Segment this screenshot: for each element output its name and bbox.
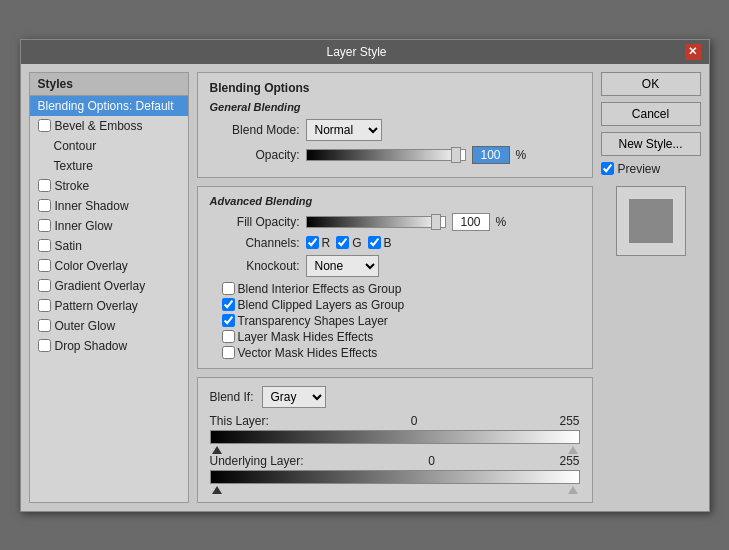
stroke-checkbox[interactable] xyxy=(38,179,51,192)
sidebar-item-inner-shadow[interactable]: Inner Shadow xyxy=(30,196,188,216)
vector-mask-hides-label[interactable]: Vector Mask Hides Effects xyxy=(222,346,580,360)
blend-clipped-checkbox[interactable] xyxy=(222,298,235,311)
middle-panel: Blending Options General Blending Blend … xyxy=(197,72,593,503)
blend-clipped-text: Blend Clipped Layers as Group xyxy=(238,298,405,312)
dialog-body: Styles Blending Options: Default Bevel &… xyxy=(21,64,709,511)
color-overlay-checkbox[interactable] xyxy=(38,259,51,272)
cancel-button[interactable]: Cancel xyxy=(601,102,701,126)
outer-glow-checkbox[interactable] xyxy=(38,319,51,332)
this-layer-label: This Layer: xyxy=(210,414,269,428)
sidebar-item-blending-options[interactable]: Blending Options: Default xyxy=(30,96,188,116)
sidebar-item-inner-glow[interactable]: Inner Glow xyxy=(30,216,188,236)
sidebar-item-texture[interactable]: Texture xyxy=(30,156,188,176)
fill-opacity-slider-track[interactable] xyxy=(306,216,446,228)
opacity-percent: % xyxy=(516,148,527,162)
sidebar-item-label: Contour xyxy=(54,139,97,153)
knockout-select[interactable]: None Shallow Deep xyxy=(306,255,379,277)
channel-b-text: B xyxy=(384,236,392,250)
right-panel: OK Cancel New Style... Preview xyxy=(601,72,701,503)
blend-mode-row: Blend Mode: Normal Dissolve Multiply Scr… xyxy=(210,119,580,141)
advanced-checkboxes: Blend Interior Effects as Group Blend Cl… xyxy=(222,282,580,360)
opacity-slider-track[interactable] xyxy=(306,149,466,161)
sidebar-item-label: Pattern Overlay xyxy=(55,299,138,313)
channel-r-checkbox[interactable] xyxy=(306,236,319,249)
opacity-row: Opacity: % xyxy=(210,146,580,164)
bevel-emboss-checkbox[interactable] xyxy=(38,119,51,132)
sidebar-item-label: Gradient Overlay xyxy=(55,279,146,293)
this-layer-min: 0 xyxy=(411,414,418,428)
underlying-layer-label: Underlying Layer: xyxy=(210,454,304,468)
sidebar-item-color-overlay[interactable]: Color Overlay xyxy=(30,256,188,276)
this-layer-left-arrow[interactable] xyxy=(212,446,222,454)
transparency-shapes-text: Transparency Shapes Layer xyxy=(238,314,388,328)
opacity-slider-thumb[interactable] xyxy=(451,147,461,163)
transparency-shapes-label[interactable]: Transparency Shapes Layer xyxy=(222,314,580,328)
layer-mask-hides-checkbox[interactable] xyxy=(222,330,235,343)
blend-if-section: Blend If: Gray Red Green Blue This Layer… xyxy=(197,377,593,503)
sidebar-item-stroke[interactable]: Stroke xyxy=(30,176,188,196)
this-layer-right-arrow[interactable] xyxy=(568,446,578,454)
inner-shadow-checkbox[interactable] xyxy=(38,199,51,212)
underlying-layer-gradient-track[interactable] xyxy=(210,470,580,484)
inner-glow-checkbox[interactable] xyxy=(38,219,51,232)
general-blending-section: Blending Options General Blending Blend … xyxy=(197,72,593,178)
sidebar-item-drop-shadow[interactable]: Drop Shadow xyxy=(30,336,188,356)
channel-b-label[interactable]: B xyxy=(368,236,392,250)
this-layer-max: 255 xyxy=(559,414,579,428)
underlying-layer-slider-container xyxy=(210,470,580,484)
blend-clipped-label[interactable]: Blend Clipped Layers as Group xyxy=(222,298,580,312)
underlying-layer-left-arrow[interactable] xyxy=(212,486,222,494)
transparency-shapes-checkbox[interactable] xyxy=(222,314,235,327)
this-layer-gradient-track[interactable] xyxy=(210,430,580,444)
channel-g-label[interactable]: G xyxy=(336,236,361,250)
blend-if-row: Blend If: Gray Red Green Blue xyxy=(210,386,580,408)
fill-opacity-label: Fill Opacity: xyxy=(210,215,300,229)
drop-shadow-checkbox[interactable] xyxy=(38,339,51,352)
channel-g-checkbox[interactable] xyxy=(336,236,349,249)
blend-mode-select[interactable]: Normal Dissolve Multiply Screen Overlay xyxy=(306,119,382,141)
vector-mask-hides-checkbox[interactable] xyxy=(222,346,235,359)
layer-mask-hides-text: Layer Mask Hides Effects xyxy=(238,330,374,344)
new-style-button[interactable]: New Style... xyxy=(601,132,701,156)
sidebar-item-bevel-emboss[interactable]: Bevel & Emboss xyxy=(30,116,188,136)
sidebar-item-gradient-overlay[interactable]: Gradient Overlay xyxy=(30,276,188,296)
fill-opacity-input[interactable] xyxy=(452,213,490,231)
this-layer-row: This Layer: 0 255 xyxy=(210,414,580,428)
channel-g-text: G xyxy=(352,236,361,250)
blend-interior-checkbox[interactable] xyxy=(222,282,235,295)
channel-b-checkbox[interactable] xyxy=(368,236,381,249)
sidebar-item-pattern-overlay[interactable]: Pattern Overlay xyxy=(30,296,188,316)
fill-opacity-slider-thumb[interactable] xyxy=(431,214,441,230)
sidebar-item-label: Inner Glow xyxy=(55,219,113,233)
channel-r-label[interactable]: R xyxy=(306,236,331,250)
sidebar-item-outer-glow[interactable]: Outer Glow xyxy=(30,316,188,336)
channels-row: Channels: R G B xyxy=(210,236,580,250)
sidebar-item-contour[interactable]: Contour xyxy=(30,136,188,156)
fill-opacity-row: Fill Opacity: % xyxy=(210,213,580,231)
blend-interior-text: Blend Interior Effects as Group xyxy=(238,282,402,296)
close-button[interactable]: ✕ xyxy=(685,44,701,60)
blend-interior-label[interactable]: Blend Interior Effects as Group xyxy=(222,282,580,296)
fill-opacity-percent: % xyxy=(496,215,507,229)
preview-box xyxy=(616,186,686,256)
knockout-row: Knockout: None Shallow Deep xyxy=(210,255,580,277)
styles-panel: Styles Blending Options: Default Bevel &… xyxy=(29,72,189,503)
channel-r-text: R xyxy=(322,236,331,250)
underlying-layer-right-arrow[interactable] xyxy=(568,486,578,494)
gradient-overlay-checkbox[interactable] xyxy=(38,279,51,292)
underlying-layer-min: 0 xyxy=(428,454,435,468)
preview-checkbox[interactable] xyxy=(601,162,614,175)
ok-button[interactable]: OK xyxy=(601,72,701,96)
opacity-input[interactable] xyxy=(472,146,510,164)
satin-checkbox[interactable] xyxy=(38,239,51,252)
blending-options-title: Blending Options xyxy=(210,81,580,95)
blend-if-select[interactable]: Gray Red Green Blue xyxy=(262,386,326,408)
sidebar-item-label: Blending Options: Default xyxy=(38,99,174,113)
sidebar-item-satin[interactable]: Satin xyxy=(30,236,188,256)
sidebar-item-label: Bevel & Emboss xyxy=(55,119,143,133)
preview-label: Preview xyxy=(618,162,661,176)
layer-mask-hides-label[interactable]: Layer Mask Hides Effects xyxy=(222,330,580,344)
underlying-layer-row: Underlying Layer: 0 255 xyxy=(210,454,580,468)
sidebar-item-label: Texture xyxy=(54,159,93,173)
pattern-overlay-checkbox[interactable] xyxy=(38,299,51,312)
